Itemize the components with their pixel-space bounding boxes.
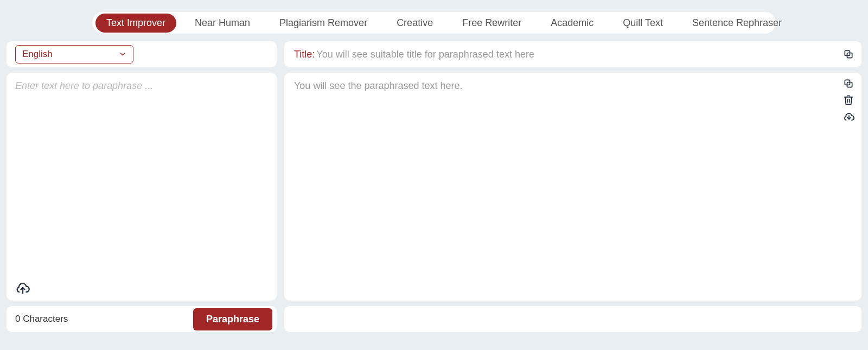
- trash-icon[interactable]: [843, 94, 855, 105]
- tab-free-rewriter[interactable]: Free Rewriter: [451, 14, 532, 33]
- tab-quill-text[interactable]: Quill Text: [612, 14, 674, 33]
- main-layout: English 0 Characters Paraphrase Title:: [0, 41, 868, 332]
- tab-text-improver[interactable]: Text Improver: [95, 14, 176, 33]
- title-placeholder: You will see suitable title for paraphra…: [316, 49, 534, 60]
- copy-icon[interactable]: [843, 78, 855, 89]
- output-placeholder: You will see the paraphrased text here.: [294, 80, 852, 92]
- language-select[interactable]: English: [15, 45, 133, 63]
- title-label: Title:: [294, 49, 315, 60]
- character-count: 0 Characters: [15, 314, 68, 324]
- input-card: [7, 73, 277, 301]
- paraphrase-button[interactable]: Paraphrase: [193, 308, 272, 330]
- cloud-download-icon[interactable]: [843, 111, 855, 123]
- language-value: English: [22, 49, 53, 60]
- tab-academic[interactable]: Academic: [540, 14, 604, 33]
- tab-sentence-rephraser[interactable]: Sentence Rephraser: [681, 14, 793, 33]
- output-card: You will see the paraphrased text here.: [284, 73, 861, 301]
- mode-tabs: Text ImproverNear HumanPlagiarism Remove…: [92, 12, 776, 34]
- title-card: Title: You will see suitable title for p…: [284, 41, 861, 67]
- left-column: English 0 Characters Paraphrase: [7, 41, 277, 332]
- input-textarea[interactable]: [15, 80, 268, 276]
- output-footer: [284, 306, 861, 332]
- tab-creative[interactable]: Creative: [386, 14, 444, 33]
- tab-near-human[interactable]: Near Human: [184, 14, 261, 33]
- output-actions: [843, 78, 855, 123]
- chevron-down-icon: [119, 50, 126, 58]
- cloud-upload-icon[interactable]: [15, 280, 30, 295]
- input-footer: 0 Characters Paraphrase: [7, 306, 277, 332]
- tab-plagiarism-remover[interactable]: Plagiarism Remover: [269, 14, 378, 33]
- language-card: English: [7, 41, 277, 67]
- copy-icon[interactable]: [843, 49, 854, 60]
- right-column: Title: You will see suitable title for p…: [284, 41, 861, 332]
